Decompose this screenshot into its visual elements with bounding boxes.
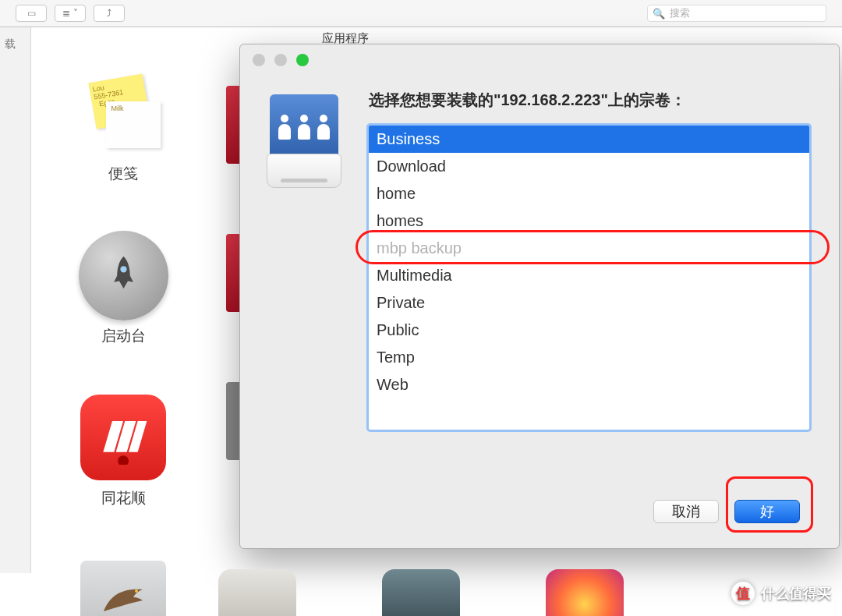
list-item[interactable]: home (369, 180, 809, 207)
list-item[interactable]: homes (369, 207, 809, 235)
app-mail[interactable] (45, 557, 201, 616)
window-traffic-lights[interactable] (253, 54, 309, 66)
toolbar-group-icon[interactable]: ≣ ˅ (55, 5, 86, 22)
rocket-icon (79, 231, 168, 320)
close-icon[interactable] (253, 54, 265, 66)
mail-icon (80, 561, 166, 616)
dock-app-icon[interactable] (546, 569, 624, 616)
zoom-icon[interactable] (296, 54, 309, 66)
search-icon: 🔍 (653, 8, 665, 19)
ok-button[interactable]: 好 (734, 500, 800, 523)
network-server-icon (264, 94, 345, 188)
list-item[interactable]: Web (369, 371, 809, 398)
toolbar-view-icon[interactable]: ▭ (16, 5, 47, 22)
list-item[interactable]: Business (369, 126, 809, 153)
svg-point-0 (120, 266, 126, 272)
list-item[interactable]: Private (369, 289, 809, 317)
list-item-empty (369, 398, 809, 426)
search-placeholder: 搜索 (670, 6, 690, 20)
app-stickies[interactable]: Lou555-7361 Eggs Milk 便笺 (45, 70, 201, 184)
dock-peek (218, 569, 764, 616)
mount-volume-dialog: 选择您想要装载的"192.168.2.223"上的宗卷： Business Do… (239, 44, 840, 549)
minimize-icon[interactable] (274, 54, 287, 66)
app-tonghuashun[interactable]: 同花顺 (45, 395, 201, 508)
tonghuashun-icon (80, 395, 166, 480)
search-input[interactable]: 🔍 搜索 (647, 5, 826, 22)
dialog-title: 选择您想要装载的"192.168.2.223"上的宗卷： (369, 90, 686, 111)
finder-toolbar: ▭ ≣ ˅ ⤴ 🔍 搜索 (0, 0, 842, 27)
app-launchpad[interactable]: 启动台 (45, 232, 201, 346)
watermark-text: 什么值得买 (761, 584, 831, 603)
svg-point-1 (135, 589, 138, 593)
volume-listbox[interactable]: Business Download home homes mbp backup … (369, 126, 809, 430)
watermark-badge-icon: 值 (731, 582, 755, 605)
app-launchpad-label: 启动台 (45, 326, 201, 346)
sidebar-section-label: 载 (0, 37, 16, 51)
cancel-button[interactable]: 取消 (653, 500, 719, 523)
app-tonghuashun-label: 同花顺 (45, 488, 201, 508)
dock-app-icon[interactable] (218, 569, 296, 616)
list-item[interactable]: Multimedia (369, 262, 809, 289)
stickies-icon: Lou555-7361 Eggs Milk (84, 78, 162, 148)
list-item[interactable]: Temp (369, 344, 809, 371)
list-item: mbp backup (369, 235, 809, 262)
toolbar-action-icon[interactable]: ⤴ (94, 5, 125, 22)
list-item[interactable]: Public (369, 317, 809, 344)
app-stickies-label: 便笺 (45, 164, 201, 184)
watermark: 值 什么值得买 (731, 582, 831, 605)
list-item[interactable]: Download (369, 153, 809, 180)
dock-app-icon[interactable] (382, 569, 460, 616)
finder-sidebar (0, 27, 31, 573)
